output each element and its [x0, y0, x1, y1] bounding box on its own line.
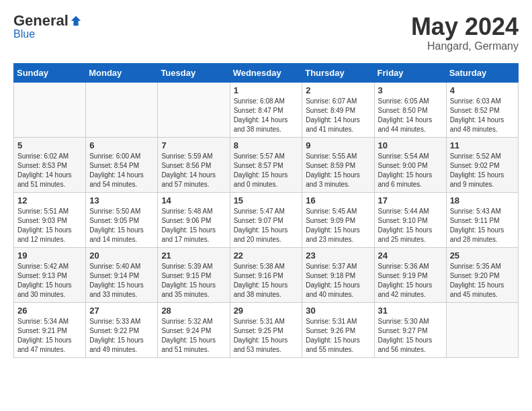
day-number: 29: [234, 306, 299, 316]
day-number: 25: [450, 250, 515, 261]
day-info: Sunrise: 5:31 AM Sunset: 9:25 PM Dayligh…: [234, 317, 299, 355]
calendar-cell: 31Sunrise: 5:30 AM Sunset: 9:27 PM Dayli…: [374, 302, 446, 357]
calendar-cell: 6Sunrise: 6:00 AM Sunset: 8:54 PM Daylig…: [86, 137, 158, 192]
svg-marker-0: [71, 16, 81, 26]
calendar-cell: 12Sunrise: 5:51 AM Sunset: 9:03 PM Dayli…: [14, 192, 86, 247]
calendar-cell: 5Sunrise: 6:02 AM Sunset: 8:53 PM Daylig…: [14, 137, 86, 192]
day-info: Sunrise: 5:32 AM Sunset: 9:24 PM Dayligh…: [161, 317, 226, 355]
calendar-cell: 20Sunrise: 5:40 AM Sunset: 9:14 PM Dayli…: [86, 247, 158, 302]
location-subtitle: Hangard, Germany: [411, 40, 519, 52]
day-number: 6: [89, 140, 154, 150]
calendar-week-row: 12Sunrise: 5:51 AM Sunset: 9:03 PM Dayli…: [14, 192, 519, 247]
day-info: Sunrise: 5:45 AM Sunset: 9:09 PM Dayligh…: [306, 207, 370, 244]
day-info: Sunrise: 5:57 AM Sunset: 8:57 PM Dayligh…: [234, 152, 299, 189]
calendar-cell: 27Sunrise: 5:33 AM Sunset: 9:22 PM Dayli…: [86, 302, 158, 357]
day-info: Sunrise: 5:43 AM Sunset: 9:11 PM Dayligh…: [450, 207, 515, 244]
calendar-cell: 28Sunrise: 5:32 AM Sunset: 9:24 PM Dayli…: [158, 302, 230, 357]
day-number: 30: [306, 306, 370, 316]
day-number: 9: [306, 140, 370, 150]
day-number: 21: [161, 250, 226, 261]
calendar-week-row: 1Sunrise: 6:08 AM Sunset: 8:47 PM Daylig…: [14, 82, 519, 137]
calendar-cell: [446, 302, 518, 357]
weekday-header-wednesday: Wednesday: [230, 63, 302, 82]
day-number: 24: [378, 250, 443, 261]
day-info: Sunrise: 5:30 AM Sunset: 9:27 PM Dayligh…: [378, 317, 443, 355]
month-title: May 2024: [411, 13, 519, 40]
calendar-cell: 23Sunrise: 5:37 AM Sunset: 9:18 PM Dayli…: [302, 247, 374, 302]
day-number: 11: [450, 140, 515, 150]
day-info: Sunrise: 5:38 AM Sunset: 9:16 PM Dayligh…: [234, 262, 299, 300]
calendar-cell: 15Sunrise: 5:47 AM Sunset: 9:07 PM Dayli…: [230, 192, 302, 247]
calendar-cell: 13Sunrise: 5:50 AM Sunset: 9:05 PM Dayli…: [86, 192, 158, 247]
calendar-cell: 3Sunrise: 6:05 AM Sunset: 8:50 PM Daylig…: [374, 82, 446, 137]
weekday-header-monday: Monday: [86, 63, 158, 82]
calendar-cell: 24Sunrise: 5:36 AM Sunset: 9:19 PM Dayli…: [374, 247, 446, 302]
day-number: 23: [306, 250, 370, 261]
day-info: Sunrise: 5:40 AM Sunset: 9:14 PM Dayligh…: [89, 262, 154, 300]
day-info: Sunrise: 5:33 AM Sunset: 9:22 PM Dayligh…: [89, 317, 154, 355]
day-number: 26: [17, 306, 82, 316]
day-number: 16: [306, 195, 370, 205]
day-info: Sunrise: 5:35 AM Sunset: 9:20 PM Dayligh…: [450, 262, 515, 300]
calendar-cell: 4Sunrise: 6:03 AM Sunset: 8:52 PM Daylig…: [446, 82, 518, 137]
day-info: Sunrise: 6:02 AM Sunset: 8:53 PM Dayligh…: [17, 152, 82, 189]
calendar-cell: 29Sunrise: 5:31 AM Sunset: 9:25 PM Dayli…: [230, 302, 302, 357]
logo-general-text: General: [13, 13, 69, 28]
calendar-cell: 25Sunrise: 5:35 AM Sunset: 9:20 PM Dayli…: [446, 247, 518, 302]
calendar-cell: 10Sunrise: 5:54 AM Sunset: 9:00 PM Dayli…: [374, 137, 446, 192]
day-info: Sunrise: 6:03 AM Sunset: 8:52 PM Dayligh…: [450, 97, 515, 134]
weekday-header-thursday: Thursday: [302, 63, 374, 82]
day-number: 1: [234, 85, 299, 95]
calendar-week-row: 5Sunrise: 6:02 AM Sunset: 8:53 PM Daylig…: [14, 137, 519, 192]
weekday-header-row: SundayMondayTuesdayWednesdayThursdayFrid…: [14, 63, 519, 82]
day-number: 13: [89, 195, 154, 205]
day-info: Sunrise: 6:05 AM Sunset: 8:50 PM Dayligh…: [378, 97, 443, 134]
logo-blue-text: Blue: [13, 28, 35, 40]
calendar-cell: 26Sunrise: 5:34 AM Sunset: 9:21 PM Dayli…: [14, 302, 86, 357]
day-info: Sunrise: 5:59 AM Sunset: 8:56 PM Dayligh…: [161, 152, 226, 189]
day-info: Sunrise: 5:50 AM Sunset: 9:05 PM Dayligh…: [89, 207, 154, 244]
calendar-week-row: 26Sunrise: 5:34 AM Sunset: 9:21 PM Dayli…: [14, 302, 519, 357]
day-info: Sunrise: 5:37 AM Sunset: 9:18 PM Dayligh…: [306, 262, 370, 300]
day-info: Sunrise: 5:55 AM Sunset: 8:59 PM Dayligh…: [306, 152, 370, 189]
calendar-cell: 8Sunrise: 5:57 AM Sunset: 8:57 PM Daylig…: [230, 137, 302, 192]
calendar-week-row: 19Sunrise: 5:42 AM Sunset: 9:13 PM Dayli…: [14, 247, 519, 302]
calendar-cell: 18Sunrise: 5:43 AM Sunset: 9:11 PM Dayli…: [446, 192, 518, 247]
weekday-header-sunday: Sunday: [14, 63, 86, 82]
calendar-cell: 16Sunrise: 5:45 AM Sunset: 9:09 PM Dayli…: [302, 192, 374, 247]
calendar-cell: 17Sunrise: 5:44 AM Sunset: 9:10 PM Dayli…: [374, 192, 446, 247]
calendar-table: SundayMondayTuesdayWednesdayThursdayFrid…: [13, 63, 519, 358]
calendar-cell: [86, 82, 158, 137]
day-number: 4: [450, 85, 515, 95]
logo: General Blue: [13, 13, 82, 40]
calendar-cell: 7Sunrise: 5:59 AM Sunset: 8:56 PM Daylig…: [158, 137, 230, 192]
day-info: Sunrise: 5:39 AM Sunset: 9:15 PM Dayligh…: [161, 262, 226, 300]
day-number: 8: [234, 140, 299, 150]
day-number: 28: [161, 306, 226, 316]
day-number: 3: [378, 85, 443, 95]
calendar-cell: 21Sunrise: 5:39 AM Sunset: 9:15 PM Dayli…: [158, 247, 230, 302]
day-number: 10: [378, 140, 443, 150]
day-number: 27: [89, 306, 154, 316]
calendar-cell: 2Sunrise: 6:07 AM Sunset: 8:49 PM Daylig…: [302, 82, 374, 137]
day-info: Sunrise: 5:51 AM Sunset: 9:03 PM Dayligh…: [17, 207, 82, 244]
calendar-cell: 1Sunrise: 6:08 AM Sunset: 8:47 PM Daylig…: [230, 82, 302, 137]
day-number: 31: [378, 306, 443, 316]
day-info: Sunrise: 6:00 AM Sunset: 8:54 PM Dayligh…: [89, 152, 154, 189]
day-info: Sunrise: 5:47 AM Sunset: 9:07 PM Dayligh…: [234, 207, 299, 244]
day-info: Sunrise: 6:07 AM Sunset: 8:49 PM Dayligh…: [306, 97, 370, 134]
day-info: Sunrise: 6:08 AM Sunset: 8:47 PM Dayligh…: [234, 97, 299, 134]
day-number: 22: [234, 250, 299, 261]
day-number: 15: [234, 195, 299, 205]
page-header: General Blue May 2024 Hangard, Germany: [13, 13, 519, 52]
calendar-cell: 11Sunrise: 5:52 AM Sunset: 9:02 PM Dayli…: [446, 137, 518, 192]
calendar-cell: 22Sunrise: 5:38 AM Sunset: 9:16 PM Dayli…: [230, 247, 302, 302]
day-number: 20: [89, 250, 154, 261]
day-info: Sunrise: 5:42 AM Sunset: 9:13 PM Dayligh…: [17, 262, 82, 300]
day-number: 7: [161, 140, 226, 150]
day-number: 5: [17, 140, 82, 150]
day-number: 14: [161, 195, 226, 205]
day-info: Sunrise: 5:34 AM Sunset: 9:21 PM Dayligh…: [17, 317, 82, 355]
day-info: Sunrise: 5:54 AM Sunset: 9:00 PM Dayligh…: [378, 152, 443, 189]
day-number: 19: [17, 250, 82, 261]
